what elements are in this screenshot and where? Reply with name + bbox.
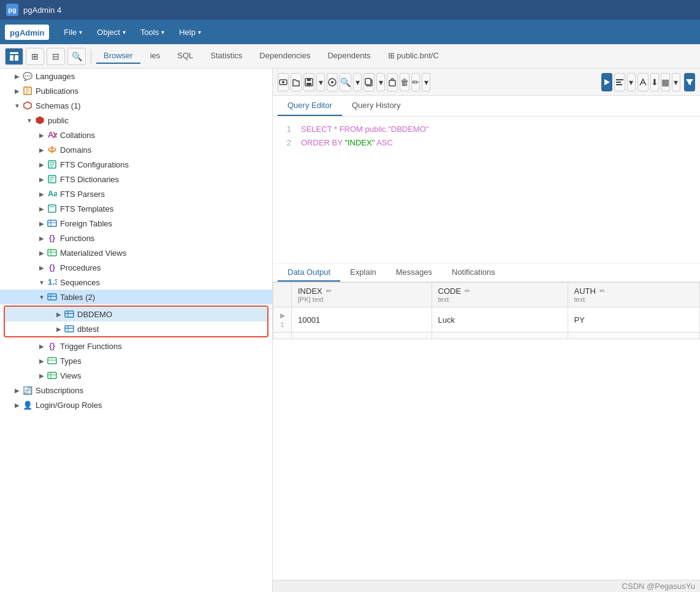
cell-code: Luck xyxy=(432,307,568,333)
sidebar-item-domains[interactable]: ▶ Domains xyxy=(0,142,272,157)
tab-notifications[interactable]: Notifications xyxy=(442,264,505,282)
cell-index: 10001 xyxy=(292,307,432,333)
save-btn[interactable] xyxy=(303,73,314,91)
download-btn[interactable]: ⬇ xyxy=(650,73,659,91)
delete-btn[interactable]: 🗑 xyxy=(400,73,409,91)
collations-icon: Az xyxy=(47,129,58,140)
sequences-icon: 1.3 xyxy=(47,277,58,288)
open-file-btn[interactable] xyxy=(291,73,302,91)
svg-marker-7 xyxy=(24,102,31,109)
tables-label: Tables (2) xyxy=(60,293,95,302)
format-btn[interactable] xyxy=(614,73,625,91)
find-btn[interactable]: 🔍 xyxy=(340,73,351,91)
edit-dropdown-btn[interactable]: ▾ xyxy=(422,73,430,91)
chevron-down-icon: ▾ xyxy=(79,29,82,36)
sidebar-item-dbtest[interactable]: ▶ dbtest xyxy=(5,321,267,336)
top-toolbar: ⊞ ⊟ 🔍 Browser ies SQL Statistics Depende… xyxy=(0,44,700,69)
sidebar-item-languages[interactable]: ▶ 💬 Languages xyxy=(0,69,272,83)
foreign-tables-label: Foreign Tables xyxy=(60,219,112,228)
sidebar-item-types[interactable]: ▶ Types xyxy=(0,353,272,368)
sidebar-item-procedures[interactable]: ▶ {} Procedures xyxy=(0,260,272,275)
tab-data-output[interactable]: Data Output xyxy=(278,264,340,282)
sidebar-item-publications[interactable]: ▶ Publications xyxy=(0,83,272,98)
svg-rect-41 xyxy=(48,358,56,364)
expand-icon: ▶ xyxy=(37,132,47,139)
tab-public-bnt[interactable]: ⊞ public.bnt/C xyxy=(381,48,446,64)
tab-dependents[interactable]: Dependents xyxy=(320,48,378,64)
domains-label: Domains xyxy=(60,145,91,155)
browser-btn[interactable] xyxy=(5,48,23,65)
menu-object[interactable]: Object ▾ xyxy=(89,24,133,40)
sidebar-item-foreign-tables[interactable]: ▶ Foreign Tables xyxy=(0,216,272,231)
svg-rect-26 xyxy=(48,250,56,256)
highlighted-tables-group: ▶ DBDEMO ▶ xyxy=(4,306,268,337)
sidebar-item-sequences[interactable]: ▼ 1.3 Sequences xyxy=(0,275,272,290)
sidebar-item-mat-views[interactable]: ▶ Materialized Views xyxy=(0,245,272,260)
table-btn[interactable]: ⊟ xyxy=(47,48,65,65)
procedures-icon: {} xyxy=(47,262,58,273)
tab-query-editor[interactable]: Query Editor xyxy=(278,96,342,116)
find-dropdown-btn[interactable]: ▾ xyxy=(353,73,362,91)
tab-statistics[interactable]: Statistics xyxy=(203,48,249,64)
svg-point-52 xyxy=(331,81,333,83)
expand-icon: ▶ xyxy=(37,191,47,198)
tab-ies[interactable]: ies xyxy=(143,48,168,64)
sidebar-item-collations[interactable]: ▶ Az Collations xyxy=(0,128,272,142)
sidebar-item-public[interactable]: ▼ public xyxy=(0,113,272,128)
menu-tools[interactable]: Tools ▾ xyxy=(133,24,172,40)
sidebar-item-fts-dict[interactable]: ▶ FTS Dictionaries xyxy=(0,172,272,186)
svg-rect-50 xyxy=(306,83,311,85)
sidebar-item-login-roles[interactable]: ▶ 👤 Login/Group Roles xyxy=(0,398,272,412)
cell-auth: PY xyxy=(568,307,699,333)
login-roles-label: Login/Group Roles xyxy=(36,401,102,410)
tab-browser[interactable]: Browser xyxy=(96,48,140,64)
tab-dependencies[interactable]: Dependencies xyxy=(252,48,318,64)
fts-templates-icon xyxy=(47,203,58,214)
tab-messages[interactable]: Messages xyxy=(386,264,442,282)
languages-label: Languages xyxy=(36,72,75,81)
right-panel: ▾ 🔍 ▾ ▾ 🗑 xyxy=(273,69,700,592)
svg-text:{}: {} xyxy=(49,263,55,272)
paste-btn[interactable] xyxy=(387,73,398,91)
sidebar-item-fts-conf[interactable]: ▶ FTS Configurations xyxy=(0,157,272,172)
table-row: ▶ 1 10001 Luck PY xyxy=(273,307,700,333)
data-table-wrapper: INDEX ✏ [PK] text CODE ✏ text xyxy=(273,282,700,580)
collapse-icon: ▼ xyxy=(37,294,47,301)
sidebar-item-subscriptions[interactable]: ▶ 🔄 Subscriptions xyxy=(0,383,272,398)
grid-btn[interactable]: ⊞ xyxy=(26,48,44,65)
main-layout: ▶ 💬 Languages ▶ Publications ▼ S xyxy=(0,69,700,592)
query-options-btn[interactable] xyxy=(327,73,338,91)
explain-btn[interactable] xyxy=(637,73,649,91)
sidebar-item-trigger-funcs[interactable]: ▶ {} Trigger Functions xyxy=(0,339,272,353)
expand-icon: ▶ xyxy=(37,235,47,242)
copy-dropdown-btn[interactable]: ▾ xyxy=(376,73,385,91)
search-btn[interactable]: 🔍 xyxy=(67,48,86,65)
more-btn[interactable]: ▦ xyxy=(661,73,670,91)
sql-editor[interactable]: 1 SELECT * FROM public."DBDEMO" 2 ORDER … xyxy=(273,117,700,264)
expand-icon: ▶ xyxy=(37,161,47,168)
sidebar-item-tables[interactable]: ▼ Tables (2) xyxy=(0,290,272,304)
tab-explain[interactable]: Explain xyxy=(340,264,386,282)
filter-btn[interactable] xyxy=(684,73,695,91)
format-dropdown-btn[interactable]: ▾ xyxy=(627,73,636,91)
copy-btn[interactable] xyxy=(363,73,375,91)
sidebar-item-fts-templates[interactable]: ▶ FTS Templates xyxy=(0,201,272,216)
trigger-funcs-label: Trigger Functions xyxy=(60,342,122,351)
menu-file[interactable]: File ▾ xyxy=(56,24,89,40)
status-bar: CSDN @PegasusYu xyxy=(273,580,700,592)
more-dropdown-btn[interactable]: ▾ xyxy=(672,73,680,91)
run-btn[interactable] xyxy=(601,73,612,91)
save-dropdown-btn[interactable]: ▾ xyxy=(316,73,325,91)
expand-icon: ▶ xyxy=(37,220,47,227)
edit-btn[interactable]: ✏ xyxy=(411,73,420,91)
sidebar-item-schemas[interactable]: ▼ Schemas (1) xyxy=(0,98,272,113)
sidebar-item-views[interactable]: ▶ Views xyxy=(0,368,272,383)
sidebar-item-fts-parsers[interactable]: ▶ Aa FTS Parsers xyxy=(0,186,272,201)
sidebar-item-dbdemo[interactable]: ▶ DBDEMO xyxy=(5,307,267,321)
menu-help[interactable]: Help ▾ xyxy=(172,24,208,40)
tab-query-history[interactable]: Query History xyxy=(342,96,410,116)
tab-sql[interactable]: SQL xyxy=(170,48,200,64)
db-connect-btn[interactable] xyxy=(278,73,289,91)
sidebar-item-functions[interactable]: ▶ {} Functions xyxy=(0,231,272,245)
fts-dict-label: FTS Dictionaries xyxy=(60,175,119,184)
